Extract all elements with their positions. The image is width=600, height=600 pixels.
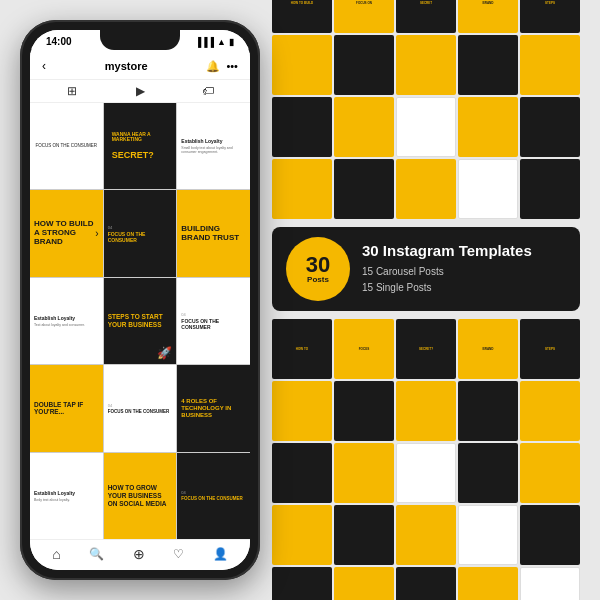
grid-cell-2[interactable]: wanna hear a marketing SECRET? [104, 103, 177, 189]
grid-cell-6[interactable]: BUILDING BRAND TRUST › [177, 190, 250, 276]
ig-profile-nav: ⊞ ▶ 🏷 [30, 80, 250, 103]
reels-icon[interactable]: ▶ [130, 84, 150, 98]
notification-icon[interactable]: 🔔 [206, 60, 220, 73]
info-title: 30 Instagram Templates [362, 242, 532, 260]
posts-badge: 30 Posts [286, 237, 350, 301]
single-posts-label: 15 Single Posts [362, 282, 432, 293]
back-icon[interactable]: ‹ [42, 59, 46, 73]
battery-icon: ▮ [229, 37, 234, 47]
grid-cell-4[interactable]: HOW TO BUILD A STRONG BRAND › [30, 190, 103, 276]
grid-cell-15[interactable]: 04 FOCUS ON THE CONSUMER [177, 453, 250, 539]
grid-cell-7[interactable]: Establish Loyalty Text about loyalty and… [30, 278, 103, 364]
info-detail: 15 Carousel Posts 15 Single Posts [362, 264, 532, 296]
grid-cell-8[interactable]: STEPS TO START YOUR BUSINESS 🚀 [104, 278, 177, 364]
grid-cell-14[interactable]: HOW TO GROW YOUR BUSINESS ON SOCIAL MEDI… [104, 453, 177, 539]
profile-icon[interactable]: 👤 [213, 547, 228, 561]
search-icon[interactable]: 🔍 [89, 547, 104, 561]
grid-cell-9[interactable]: 04 FOCUS ON THE CONSUMER [177, 278, 250, 364]
bottom-thumbnails: HOW TO FOCUS SECRET? BRAND STEPS [272, 319, 580, 600]
likes-icon[interactable]: ♡ [173, 547, 184, 561]
phone-mockup: 14:00 ▐▐▐ ▲ ▮ ‹ mystore 🔔 ••• [20, 20, 260, 580]
grid-cell-12[interactable]: 4 ROLES OF TECHNOLOGY IN BUSINESS [177, 365, 250, 451]
wifi-icon: ▲ [217, 37, 226, 47]
posts-label: Posts [307, 276, 329, 284]
grid-cell-11[interactable]: 04 FOCUS ON THE CONSUMER [104, 365, 177, 451]
ig-bottom-nav: ⌂ 🔍 ⊕ ♡ 👤 [30, 539, 250, 570]
grid-cell-5[interactable]: 04 FOCUS ON THE CONSUMER [104, 190, 177, 276]
grid-cell-1[interactable]: FOCUS ON THE CONSUMER [30, 103, 103, 189]
ig-header: ‹ mystore 🔔 ••• [30, 53, 250, 80]
tagged-icon[interactable]: 🏷 [198, 84, 218, 98]
profile-username: mystore [105, 60, 148, 72]
phone-outer: 14:00 ▐▐▐ ▲ ▮ ‹ mystore 🔔 ••• [20, 20, 260, 580]
home-icon[interactable]: ⌂ [52, 546, 60, 562]
page-container: 14:00 ▐▐▐ ▲ ▮ ‹ mystore 🔔 ••• [0, 0, 600, 600]
right-panel: HOW TO BUILD FOCUS ON SECRET BRAND STEPS [272, 20, 580, 580]
more-icon[interactable]: ••• [226, 60, 238, 72]
status-time: 14:00 [46, 36, 72, 47]
info-text-block: 30 Instagram Templates 15 Carousel Posts… [362, 242, 532, 296]
grid-cell-3[interactable]: Establish Loyalty Small body text about … [177, 103, 250, 189]
grid-cell-13[interactable]: Establish Loyalty Body text about loyalt… [30, 453, 103, 539]
signal-icon: ▐▐▐ [195, 37, 214, 47]
status-icons: ▐▐▐ ▲ ▮ [195, 37, 234, 47]
grid-cell-10[interactable]: DOUBLE TAP IF YOU'RE... [30, 365, 103, 451]
phone-screen: 14:00 ▐▐▐ ▲ ▮ ‹ mystore 🔔 ••• [30, 30, 250, 570]
carousel-posts-label: 15 Carousel Posts [362, 266, 444, 277]
phone-notch [100, 30, 180, 50]
add-post-icon[interactable]: ⊕ [133, 546, 145, 562]
ig-post-grid: FOCUS ON THE CONSUMER wanna hear a marke… [30, 103, 250, 539]
top-thumbnails: HOW TO BUILD FOCUS ON SECRET BRAND STEPS [272, 0, 580, 219]
info-box: 30 Posts 30 Instagram Templates 15 Carou… [272, 227, 580, 311]
grid-icon[interactable]: ⊞ [62, 84, 82, 98]
posts-count: 30 [306, 254, 330, 276]
